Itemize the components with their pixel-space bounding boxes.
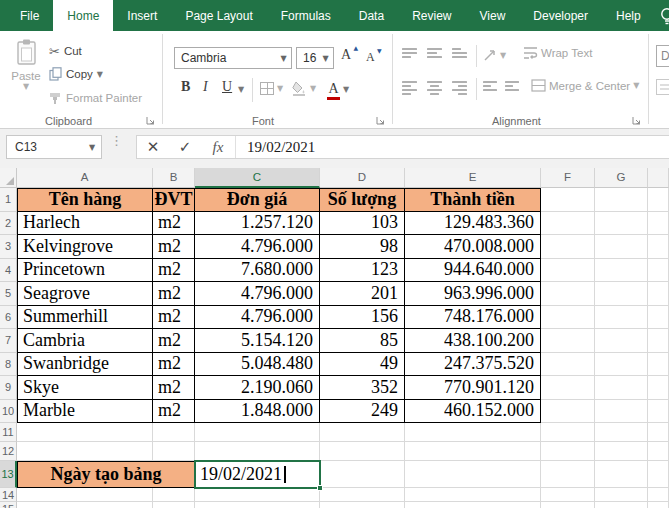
fill-handle[interactable] (317, 485, 323, 491)
cell-G12[interactable] (595, 442, 648, 461)
font-name-dropdown-arrow[interactable]: ▼ (276, 54, 291, 63)
date-label-cell-A13[interactable]: Ngày tạo bảng (17, 461, 195, 488)
formula-bar-input[interactable]: 19/02/2021 (235, 136, 669, 158)
cell-E9[interactable]: 770.901.120 (405, 376, 541, 400)
cell-C6[interactable]: 4.796.000 (195, 306, 320, 330)
cell-G4[interactable] (595, 259, 648, 283)
underline-button[interactable]: U (222, 79, 232, 95)
cell-D8[interactable]: 49 (320, 353, 405, 377)
cell-D11[interactable] (320, 423, 405, 442)
row-header-11[interactable]: 11 (0, 423, 17, 442)
cell-B12[interactable] (153, 442, 195, 461)
align-left-button[interactable] (402, 81, 417, 95)
row-header-4[interactable]: 4 (0, 259, 17, 283)
cell-E13[interactable] (405, 461, 541, 488)
cell-C15[interactable] (195, 502, 320, 508)
table-header-C1[interactable]: Đơn giá (195, 188, 320, 212)
cell-C10[interactable]: 1.848.000 (195, 400, 320, 424)
cell-A3[interactable]: Kelvingrove (17, 235, 153, 259)
cell-F13[interactable] (541, 461, 595, 488)
tab-formulas[interactable]: Formulas (267, 0, 345, 31)
orientation-button[interactable]: ▼ (483, 49, 506, 62)
cell-C8[interactable]: 5.048.480 (195, 353, 320, 377)
cell-E5[interactable]: 963.996.000 (405, 282, 541, 306)
cell-C7[interactable]: 5.154.120 (195, 329, 320, 353)
cell-H1[interactable] (648, 188, 669, 212)
cell-B6[interactable]: m2 (153, 306, 195, 330)
cell-F7[interactable] (541, 329, 595, 353)
cell-G10[interactable] (595, 400, 648, 424)
cell-H5[interactable] (648, 282, 669, 306)
cell-E6[interactable]: 748.176.000 (405, 306, 541, 330)
tab-view[interactable]: View (466, 0, 520, 31)
copy-button[interactable]: Copy ▼ (49, 65, 103, 83)
row-header-2[interactable]: 2 (0, 212, 17, 236)
cell-F2[interactable] (541, 212, 595, 236)
cell-A5[interactable]: Seagrove (17, 282, 153, 306)
cell-D10[interactable]: 249 (320, 400, 405, 424)
cell-B14[interactable] (153, 488, 195, 502)
column-header-C[interactable]: C (195, 168, 320, 188)
paste-button[interactable]: Paste ▼ (8, 39, 44, 113)
alignment-dialog-launcher[interactable] (632, 116, 642, 126)
cell-B15[interactable] (153, 502, 195, 508)
number-group-partial-icon[interactable] (656, 79, 669, 95)
bold-button[interactable]: B (181, 79, 190, 95)
table-header-E1[interactable]: Thành tiền (405, 188, 541, 212)
tab-review[interactable]: Review (398, 0, 465, 31)
cell-A6[interactable]: Summerhill (17, 306, 153, 330)
column-header-G[interactable]: G (595, 168, 648, 188)
font-color-button[interactable]: A ▼ (327, 79, 349, 100)
cell-A4[interactable]: Princetown (17, 259, 153, 283)
cell-B5[interactable]: m2 (153, 282, 195, 306)
format-painter-button[interactable]: Format Painter (49, 89, 142, 107)
table-header-D1[interactable]: Số lượng (320, 188, 405, 212)
cell-A9[interactable]: Skye (17, 376, 153, 400)
cell-A12[interactable] (17, 442, 153, 461)
cell-E7[interactable]: 438.100.200 (405, 329, 541, 353)
cell-C3[interactable]: 4.796.000 (195, 235, 320, 259)
cell-B4[interactable]: m2 (153, 259, 195, 283)
clipboard-dialog-launcher[interactable] (146, 116, 156, 126)
cell-F5[interactable] (541, 282, 595, 306)
cell-E2[interactable]: 129.483.360 (405, 212, 541, 236)
cell-A11[interactable] (17, 423, 153, 442)
cut-button[interactable]: ✂ Cut (49, 42, 82, 60)
row-header-5[interactable]: 5 (0, 282, 17, 306)
grow-font-button[interactable]: A▲ (341, 47, 351, 63)
cell-D7[interactable]: 85 (320, 329, 405, 353)
table-header-B1[interactable]: ĐVT (153, 188, 195, 212)
align-bottom-button[interactable] (452, 48, 467, 58)
tab-file[interactable]: File (6, 0, 53, 31)
merge-center-button[interactable]: Merge & Center ▼ (531, 79, 639, 92)
cell-C14[interactable] (195, 488, 320, 502)
cell-G11[interactable] (595, 423, 648, 442)
cell-F10[interactable] (541, 400, 595, 424)
cell-E11[interactable] (405, 423, 541, 442)
tab-data[interactable]: Data (345, 0, 398, 31)
cell-H8[interactable] (648, 353, 669, 377)
tab-help[interactable]: Help (602, 0, 655, 31)
cell-B2[interactable]: m2 (153, 212, 195, 236)
cell-B10[interactable]: m2 (153, 400, 195, 424)
column-header-partial[interactable] (648, 168, 669, 188)
table-header-A1[interactable]: Tên hàng (17, 188, 153, 212)
cell-G15[interactable] (595, 502, 648, 508)
name-box-dropdown-arrow[interactable]: ▼ (83, 143, 101, 152)
cell-F3[interactable] (541, 235, 595, 259)
wrap-text-button[interactable]: Wrap Text (523, 46, 592, 59)
cell-A10[interactable]: Marble (17, 400, 153, 424)
row-header-10[interactable]: 10 (0, 400, 17, 424)
insert-function-icon[interactable]: fx (201, 139, 235, 156)
cell-G3[interactable] (595, 235, 648, 259)
cell-E8[interactable]: 247.375.520 (405, 353, 541, 377)
cell-F4[interactable] (541, 259, 595, 283)
row-header-15[interactable]: 15 (0, 502, 17, 508)
row-header-9[interactable]: 9 (0, 376, 17, 400)
cell-F12[interactable] (541, 442, 595, 461)
column-header-A[interactable]: A (17, 168, 153, 188)
font-name-combo[interactable]: Cambria ▼ (174, 47, 292, 69)
cell-D9[interactable]: 352 (320, 376, 405, 400)
column-header-E[interactable]: E (405, 168, 541, 188)
align-right-button[interactable] (452, 81, 467, 95)
